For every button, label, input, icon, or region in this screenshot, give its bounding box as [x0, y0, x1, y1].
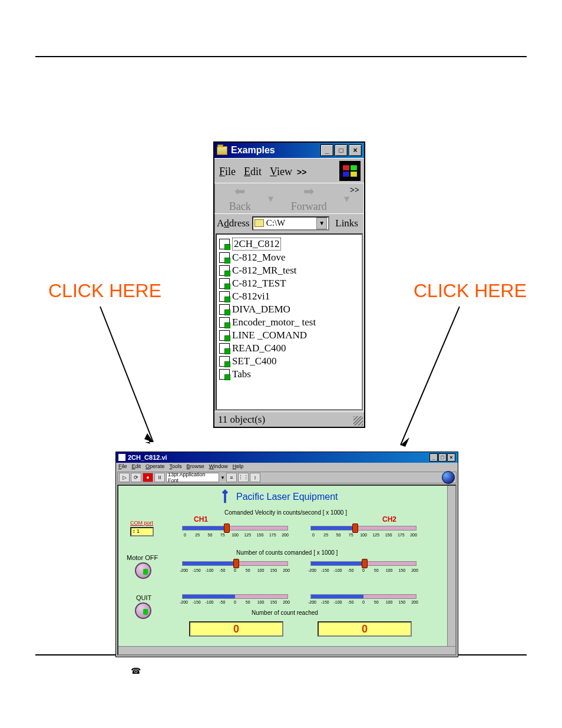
back-label: Back	[229, 200, 251, 213]
nav-more-icon[interactable]: >>	[350, 186, 359, 195]
list-item[interactable]: Encoder_motor_ test	[218, 316, 361, 329]
links-button[interactable]: Links	[332, 218, 362, 229]
vi-file-icon	[219, 265, 230, 276]
vi-file-icon	[219, 317, 230, 328]
reorder-button[interactable]: ↕	[250, 473, 260, 482]
address-value: C:\W	[266, 218, 286, 228]
vi-file-icon	[219, 369, 230, 380]
lv-minimize-button[interactable]: _	[429, 453, 438, 462]
quit-label: QUIT	[136, 594, 151, 601]
ch2-velocity-slider[interactable]	[310, 526, 416, 531]
vi-file-icon	[219, 304, 230, 315]
address-label: Address	[217, 218, 250, 229]
ch2-counts-slider[interactable]	[310, 561, 416, 566]
phone-icon: ☎	[131, 666, 141, 676]
address-input[interactable]: C:\W ▼	[252, 216, 330, 230]
menu-view[interactable]: View	[270, 166, 292, 178]
explorer-titlebar[interactable]: Examples _ □ ×	[214, 143, 364, 158]
lv-menu-edit[interactable]: Edit	[132, 463, 141, 470]
list-item[interactable]: C-812_TEST	[218, 277, 361, 290]
ch1-indicator-ticks: -200-150-100-50050100150200	[178, 600, 292, 604]
windows-logo-icon[interactable]	[339, 161, 361, 181]
font-selector[interactable]: 13pt Application Font	[166, 473, 219, 482]
velocity-section-label: Comanded Velocity in counts/second [ x 1…	[224, 509, 347, 516]
horizontal-scrollbar[interactable]	[118, 646, 455, 654]
context-help-icon[interactable]	[442, 471, 455, 484]
menu-more-icon[interactable]: >>	[297, 167, 306, 177]
lv-maximize-button[interactable]: □	[438, 453, 447, 462]
lv-menu-window[interactable]: Window	[209, 463, 228, 470]
quit-button[interactable]	[135, 602, 151, 619]
vi-file-icon	[219, 343, 230, 354]
run-button[interactable]: ▷	[119, 473, 130, 482]
explorer-title: Examples	[231, 145, 320, 156]
svg-rect-3	[343, 165, 349, 170]
list-item[interactable]: C-812_Move	[218, 251, 361, 264]
labview-titlebar[interactable]: 2CH_C812.vi _ □ ×	[116, 452, 458, 463]
ch1-velocity-slider[interactable]	[182, 526, 288, 531]
ch1-velocity-ticks: 0255075100125150175200	[180, 533, 290, 537]
ch2-indicator-ticks: -200-150-100-50050100150200	[307, 600, 420, 604]
menu-file[interactable]: File	[219, 166, 236, 178]
labview-window: 2CH_C812.vi _ □ × File Edit Operate Tool…	[115, 452, 458, 657]
abort-button[interactable]: ●	[143, 473, 153, 482]
close-button[interactable]: ×	[349, 144, 362, 156]
arrow-logo-icon	[216, 487, 234, 506]
svg-rect-5	[343, 172, 349, 177]
menu-edit[interactable]: Edit	[244, 166, 262, 178]
lv-close-button[interactable]: ×	[447, 453, 455, 462]
svg-rect-4	[351, 165, 357, 170]
lv-menu-tools[interactable]: Tools	[170, 463, 182, 470]
com-port-input[interactable]: ↕ 1	[130, 527, 154, 536]
align-button[interactable]: ≡	[226, 473, 237, 482]
list-item[interactable]: Tabs	[218, 368, 361, 381]
ch1-indicator	[182, 594, 288, 599]
maximize-button[interactable]: □	[335, 144, 348, 156]
explorer-menubar: File Edit View >>	[214, 158, 364, 183]
counts-reached-label: Number of count reached	[252, 610, 318, 616]
pause-button[interactable]: II	[154, 473, 165, 482]
folder-small-icon	[254, 219, 264, 227]
vi-icon	[118, 454, 125, 461]
ch1-counts-ticks: -200-150-100-50050100150200	[178, 568, 292, 572]
ch2-readout: 0	[318, 621, 412, 637]
list-item[interactable]: C-812_MR_test	[218, 264, 361, 277]
address-dropdown-icon[interactable]: ▼	[316, 218, 327, 229]
lv-menu-help[interactable]: Help	[233, 463, 244, 470]
list-item[interactable]: 2CH_C812	[218, 237, 361, 251]
list-item[interactable]: C-812vi1	[218, 290, 361, 303]
click-here-left-label: CLICK HERE	[48, 280, 161, 302]
ch1-counts-slider[interactable]	[182, 561, 288, 566]
labview-menubar: File Edit Operate Tools Browse Window He…	[116, 463, 458, 471]
ch2-counts-ticks: -200-150-100-50050100150200	[307, 568, 420, 572]
list-item[interactable]: DIVA_DEMO	[218, 303, 361, 316]
explorer-addressbar: Address C:\W ▼ Links	[214, 213, 364, 232]
resize-grip-icon[interactable]	[353, 416, 363, 426]
list-item[interactable]: READ_C400	[218, 342, 361, 355]
explorer-file-list[interactable]: 2CH_C812 C-812_Move C-812_MR_test C-812_…	[216, 233, 363, 410]
ch2-indicator	[310, 594, 416, 599]
vi-file-icon	[219, 252, 230, 263]
forward-button[interactable]: ➡ Forward	[291, 184, 327, 213]
status-text: 11 object(s)	[218, 414, 265, 426]
vertical-scrollbar[interactable]	[447, 486, 455, 646]
arrow-left	[88, 307, 165, 454]
vi-file-icon	[219, 278, 230, 289]
motor-off-button[interactable]	[135, 562, 151, 579]
distribute-button[interactable]: ⋮⋮	[238, 473, 249, 482]
minimize-button[interactable]: _	[320, 144, 333, 156]
svg-line-0	[100, 307, 153, 442]
ch1-readout: 0	[189, 621, 283, 637]
forward-arrow-icon: ➡	[303, 184, 314, 199]
run-cont-button[interactable]: ⟳	[131, 473, 141, 482]
lv-menu-operate[interactable]: Operate	[146, 463, 165, 470]
labview-title: 2CH_C812.vi	[128, 454, 167, 461]
vi-file-icon	[219, 356, 230, 367]
lv-menu-file[interactable]: File	[118, 463, 127, 470]
back-button[interactable]: ⬅ Back	[229, 184, 251, 213]
click-here-right-label: CLICK HERE	[414, 280, 527, 302]
lv-menu-browse[interactable]: Browse	[187, 463, 204, 470]
list-item[interactable]: LINE _COMAND	[218, 329, 361, 342]
vi-file-icon	[219, 291, 230, 302]
list-item[interactable]: SET_C400	[218, 355, 361, 368]
